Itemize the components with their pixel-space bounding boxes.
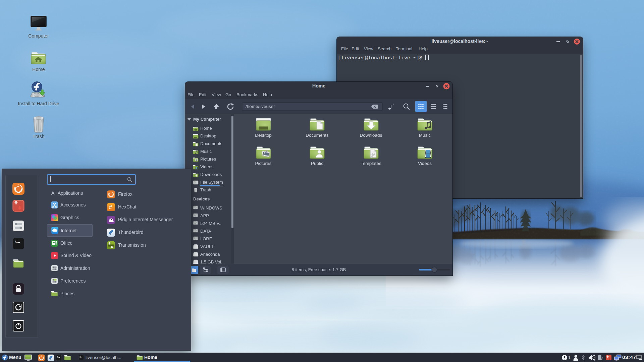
svg-text:$: $ <box>15 240 17 244</box>
svg-text:#: # <box>109 204 112 210</box>
svg-text:$: $ <box>57 356 58 359</box>
svg-text:/home/liveuser: /home/liveuser <box>246 104 275 109</box>
svg-text:$: $ <box>79 356 81 358</box>
